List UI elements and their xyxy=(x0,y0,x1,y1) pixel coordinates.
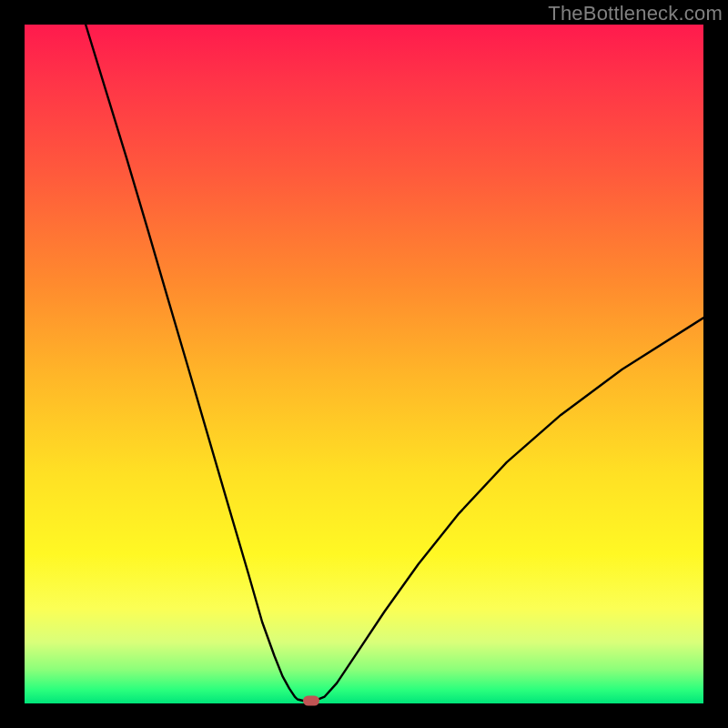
minimum-marker xyxy=(303,696,319,706)
watermark-text: TheBottleneck.com xyxy=(548,2,723,25)
bottleneck-curve xyxy=(25,25,703,703)
plot-area xyxy=(25,25,703,703)
chart-frame: TheBottleneck.com xyxy=(0,0,728,728)
